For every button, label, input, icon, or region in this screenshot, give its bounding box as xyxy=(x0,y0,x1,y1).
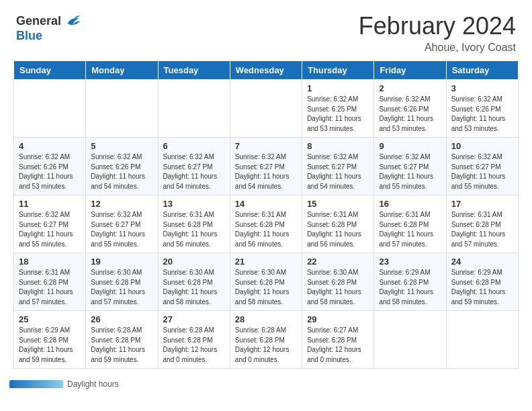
table-row: 1Sunrise: 6:32 AMSunset: 6:25 PMDaylight… xyxy=(302,80,374,138)
table-row: 18Sunrise: 6:31 AMSunset: 6:28 PMDayligh… xyxy=(14,253,86,311)
day-info: Sunrise: 6:32 AMSunset: 6:27 PMDaylight:… xyxy=(163,152,225,191)
logo-bird-icon xyxy=(62,12,81,31)
table-row: 9Sunrise: 6:32 AMSunset: 6:27 PMDaylight… xyxy=(374,138,446,195)
header-thursday: Thursday xyxy=(302,61,374,80)
day-number: 4 xyxy=(19,141,81,151)
day-number: 15 xyxy=(307,199,369,209)
table-row: 24Sunrise: 6:29 AMSunset: 6:28 PMDayligh… xyxy=(446,253,518,311)
day-number: 3 xyxy=(451,83,513,93)
calendar-week-row: 1Sunrise: 6:32 AMSunset: 6:25 PMDaylight… xyxy=(14,80,519,138)
table-row: 15Sunrise: 6:31 AMSunset: 6:28 PMDayligh… xyxy=(302,195,374,253)
table-row: 2Sunrise: 6:32 AMSunset: 6:26 PMDaylight… xyxy=(374,80,446,138)
day-info: Sunrise: 6:30 AMSunset: 6:28 PMDaylight:… xyxy=(307,268,369,307)
table-row: 20Sunrise: 6:30 AMSunset: 6:28 PMDayligh… xyxy=(158,253,230,311)
calendar-table: Sunday Monday Tuesday Wednesday Thursday… xyxy=(13,60,519,369)
logo-blue: Blue xyxy=(16,30,81,43)
day-number: 2 xyxy=(379,83,441,93)
day-info: Sunrise: 6:29 AMSunset: 6:28 PMDaylight:… xyxy=(19,326,81,365)
day-info: Sunrise: 6:32 AMSunset: 6:27 PMDaylight:… xyxy=(307,152,369,191)
day-info: Sunrise: 6:32 AMSunset: 6:27 PMDaylight:… xyxy=(19,210,81,249)
day-number: 11 xyxy=(19,199,81,209)
table-row xyxy=(230,80,302,138)
table-row: 25Sunrise: 6:29 AMSunset: 6:28 PMDayligh… xyxy=(14,311,86,369)
table-row xyxy=(86,80,158,138)
day-info: Sunrise: 6:28 AMSunset: 6:28 PMDaylight:… xyxy=(91,326,152,365)
day-number: 25 xyxy=(19,314,81,324)
table-row: 6Sunrise: 6:32 AMSunset: 6:27 PMDaylight… xyxy=(158,138,230,195)
day-number: 12 xyxy=(91,199,152,209)
table-row xyxy=(158,80,230,138)
header-tuesday: Tuesday xyxy=(158,61,230,80)
calendar-week-row: 25Sunrise: 6:29 AMSunset: 6:28 PMDayligh… xyxy=(14,311,519,369)
table-row: 17Sunrise: 6:31 AMSunset: 6:28 PMDayligh… xyxy=(446,195,518,253)
day-info: Sunrise: 6:32 AMSunset: 6:27 PMDaylight:… xyxy=(235,152,297,191)
table-row: 22Sunrise: 6:30 AMSunset: 6:28 PMDayligh… xyxy=(302,253,374,311)
day-info: Sunrise: 6:30 AMSunset: 6:28 PMDaylight:… xyxy=(235,268,297,307)
day-number: 28 xyxy=(235,314,297,324)
main-title: February 2024 xyxy=(359,12,516,40)
day-number: 19 xyxy=(91,257,152,267)
day-number: 8 xyxy=(307,141,369,151)
header-monday: Monday xyxy=(86,61,158,80)
table-row: 19Sunrise: 6:30 AMSunset: 6:28 PMDayligh… xyxy=(86,253,158,311)
day-info: Sunrise: 6:32 AMSunset: 6:27 PMDaylight:… xyxy=(451,152,513,191)
day-info: Sunrise: 6:32 AMSunset: 6:25 PMDaylight:… xyxy=(307,95,369,134)
day-number: 1 xyxy=(307,83,369,93)
day-info: Sunrise: 6:32 AMSunset: 6:26 PMDaylight:… xyxy=(91,152,152,191)
page-header: General Blue February 2024 Ahoue, Ivory … xyxy=(0,0,532,60)
day-number: 14 xyxy=(235,199,297,209)
table-row: 23Sunrise: 6:29 AMSunset: 6:28 PMDayligh… xyxy=(374,253,446,311)
day-info: Sunrise: 6:31 AMSunset: 6:28 PMDaylight:… xyxy=(235,210,297,249)
subtitle: Ahoue, Ivory Coast xyxy=(359,42,516,54)
logo-general: General xyxy=(16,15,61,28)
title-area: February 2024 Ahoue, Ivory Coast xyxy=(359,12,516,54)
day-info: Sunrise: 6:32 AMSunset: 6:27 PMDaylight:… xyxy=(379,152,441,191)
day-info: Sunrise: 6:31 AMSunset: 6:28 PMDaylight:… xyxy=(307,210,369,249)
table-row xyxy=(446,311,518,369)
table-row: 7Sunrise: 6:32 AMSunset: 6:27 PMDaylight… xyxy=(230,138,302,195)
table-row: 10Sunrise: 6:32 AMSunset: 6:27 PMDayligh… xyxy=(446,138,518,195)
day-number: 5 xyxy=(91,141,152,151)
table-row: 8Sunrise: 6:32 AMSunset: 6:27 PMDaylight… xyxy=(302,138,374,195)
daylight-bar xyxy=(9,380,63,388)
logo: General Blue xyxy=(16,12,81,43)
day-info: Sunrise: 6:32 AMSunset: 6:26 PMDaylight:… xyxy=(19,152,81,191)
table-row: 13Sunrise: 6:31 AMSunset: 6:28 PMDayligh… xyxy=(158,195,230,253)
day-number: 6 xyxy=(163,141,225,151)
table-row: 3Sunrise: 6:32 AMSunset: 6:26 PMDaylight… xyxy=(446,80,518,138)
header-wednesday: Wednesday xyxy=(230,61,302,80)
day-info: Sunrise: 6:28 AMSunset: 6:28 PMDaylight:… xyxy=(163,326,225,365)
table-row: 4Sunrise: 6:32 AMSunset: 6:26 PMDaylight… xyxy=(14,138,86,195)
day-number: 10 xyxy=(451,141,513,151)
day-info: Sunrise: 6:29 AMSunset: 6:28 PMDaylight:… xyxy=(379,268,441,307)
table-row: 11Sunrise: 6:32 AMSunset: 6:27 PMDayligh… xyxy=(14,195,86,253)
day-number: 20 xyxy=(163,257,225,267)
day-info: Sunrise: 6:31 AMSunset: 6:28 PMDaylight:… xyxy=(379,210,441,249)
header-friday: Friday xyxy=(374,61,446,80)
day-number: 22 xyxy=(307,257,369,267)
day-number: 9 xyxy=(379,141,441,151)
calendar-week-row: 4Sunrise: 6:32 AMSunset: 6:26 PMDaylight… xyxy=(14,138,519,195)
day-number: 7 xyxy=(235,141,297,151)
day-info: Sunrise: 6:32 AMSunset: 6:26 PMDaylight:… xyxy=(379,95,441,134)
day-number: 17 xyxy=(451,199,513,209)
day-number: 27 xyxy=(163,314,225,324)
calendar-wrapper: Sunday Monday Tuesday Wednesday Thursday… xyxy=(0,60,532,375)
day-info: Sunrise: 6:31 AMSunset: 6:28 PMDaylight:… xyxy=(19,268,81,307)
table-row: 21Sunrise: 6:30 AMSunset: 6:28 PMDayligh… xyxy=(230,253,302,311)
day-info: Sunrise: 6:31 AMSunset: 6:28 PMDaylight:… xyxy=(451,210,513,249)
day-info: Sunrise: 6:27 AMSunset: 6:28 PMDaylight:… xyxy=(307,326,369,365)
calendar-week-row: 11Sunrise: 6:32 AMSunset: 6:27 PMDayligh… xyxy=(14,195,519,253)
day-number: 18 xyxy=(19,257,81,267)
table-row: 16Sunrise: 6:31 AMSunset: 6:28 PMDayligh… xyxy=(374,195,446,253)
day-info: Sunrise: 6:32 AMSunset: 6:26 PMDaylight:… xyxy=(451,95,513,134)
day-info: Sunrise: 6:28 AMSunset: 6:28 PMDaylight:… xyxy=(235,326,297,365)
day-number: 26 xyxy=(91,314,152,324)
table-row: 27Sunrise: 6:28 AMSunset: 6:28 PMDayligh… xyxy=(158,311,230,369)
table-row xyxy=(14,80,86,138)
day-number: 13 xyxy=(163,199,225,209)
table-row: 29Sunrise: 6:27 AMSunset: 6:28 PMDayligh… xyxy=(302,311,374,369)
day-number: 23 xyxy=(379,257,441,267)
table-row: 28Sunrise: 6:28 AMSunset: 6:28 PMDayligh… xyxy=(230,311,302,369)
day-info: Sunrise: 6:29 AMSunset: 6:28 PMDaylight:… xyxy=(451,268,513,307)
